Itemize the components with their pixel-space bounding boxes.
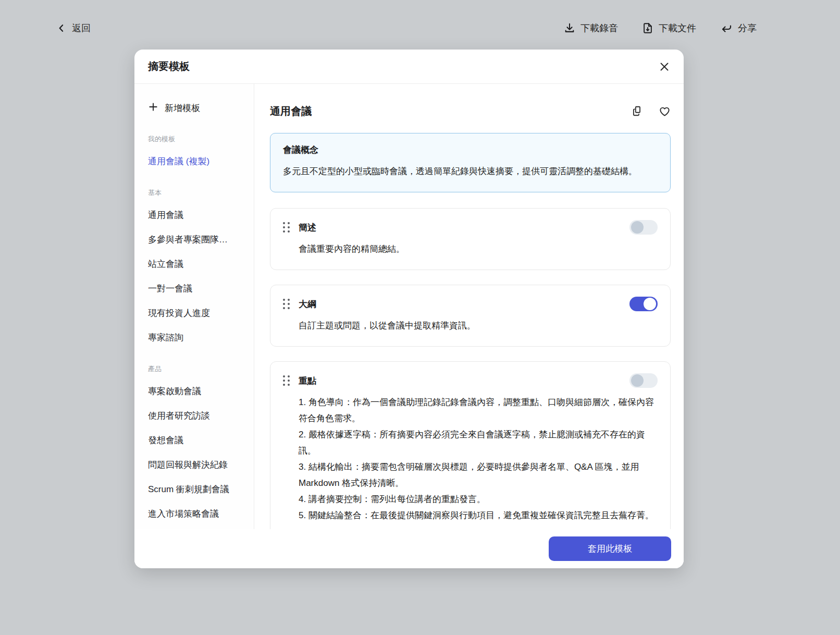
chevron-left-icon	[56, 23, 67, 33]
summary-template-dialog: 摘要模板 新增模板 我的模板通用會議 (複製)基本通用會議多參與者專案團隊…站立…	[134, 50, 684, 568]
sidebar-item[interactable]: 站立會議	[148, 257, 245, 271]
section-description-line: 4. 講者摘要控制：需列出每位講者的重點發言。	[299, 491, 658, 507]
download-file-label: 下載文件	[659, 22, 696, 34]
section-description-line: 會議重要內容的精簡總結。	[299, 241, 658, 257]
close-icon[interactable]	[659, 61, 670, 72]
section-card: 簡述會議重要內容的精簡總結。	[270, 208, 671, 270]
download-audio-button[interactable]: 下載錄音	[564, 22, 618, 34]
sidebar-item[interactable]: 問題回報與解決紀錄	[148, 458, 245, 472]
template-title: 通用會議	[270, 104, 312, 118]
toggle-knob	[631, 374, 644, 387]
template-detail-header: 通用會議	[270, 84, 671, 133]
add-template-label: 新增模板	[165, 102, 200, 114]
back-label: 返回	[72, 22, 91, 34]
sidebar-item[interactable]: 專案啟動會議	[148, 384, 245, 398]
section-description: 1. 角色導向：作為一個會議助理記錄記錄會議內容，調整重點、口吻與細節層次，確保…	[299, 394, 658, 523]
template-sidebar: 新增模板 我的模板通用會議 (複製)基本通用會議多參與者專案團隊…站立會議一對一…	[134, 84, 254, 529]
dialog-header: 摘要模板	[134, 50, 684, 84]
sidebar-item[interactable]: 專家諮詢	[148, 331, 245, 345]
section-toggle[interactable]	[629, 297, 658, 311]
topbar: 返回 下載錄音 下載文件 分享	[0, 0, 840, 50]
section-cards: 簡述會議重要內容的精簡總結。大綱自訂主題或問題，以從會議中提取精準資訊。重點1.…	[270, 208, 671, 529]
duplicate-icon[interactable]	[632, 105, 643, 117]
sidebar-group-label: 我的模板	[148, 135, 245, 144]
sidebar-item[interactable]: 通用會議	[148, 208, 245, 222]
topbar-actions: 下載錄音 下載文件 分享	[564, 22, 757, 34]
download-audio-label: 下載錄音	[580, 22, 618, 34]
section-title: 簡述	[299, 222, 316, 234]
share-label: 分享	[738, 22, 757, 34]
sidebar-item[interactable]: Scrum 衝刺規劃會議	[148, 482, 245, 496]
drag-handle-icon[interactable]	[283, 375, 290, 386]
toggle-knob	[631, 221, 644, 234]
dialog-body: 新增模板 我的模板通用會議 (複製)基本通用會議多參與者專案團隊…站立會議一對一…	[134, 84, 684, 529]
section-description: 會議重要內容的精簡總結。	[299, 241, 658, 257]
back-button[interactable]: 返回	[56, 22, 91, 34]
share-icon	[720, 22, 733, 34]
sidebar-item[interactable]: 一對一會議	[148, 282, 245, 296]
section-toggle[interactable]	[629, 220, 658, 235]
sidebar-group-label: 產品	[148, 364, 245, 374]
file-download-icon	[642, 22, 653, 34]
favorite-heart-icon[interactable]	[659, 105, 671, 117]
dialog-title: 摘要模板	[148, 59, 190, 74]
meeting-concept-box: 會議概念 多元且不定型的小型或臨時會議，透過簡單紀錄與快速摘要，提供可靈活調整的…	[270, 133, 671, 192]
download-file-button[interactable]: 下載文件	[642, 22, 696, 34]
download-icon	[564, 22, 575, 34]
plus-icon	[148, 102, 158, 115]
section-description-line: 5. 關鍵結論整合：在最後提供關鍵洞察與行動項目，避免重複並確保資訊完整且去蕪存…	[299, 507, 658, 523]
sidebar-item[interactable]: 現有投資人進度	[148, 306, 245, 320]
sidebar-group-label: 基本	[148, 188, 245, 198]
sidebar-groups: 我的模板通用會議 (複製)基本通用會議多參與者專案團隊…站立會議一對一會議現有投…	[148, 135, 245, 521]
section-description-line: 3. 結構化輸出：摘要需包含明確層次與標題，必要時提供參與者名單、Q&A 區塊，…	[299, 459, 658, 491]
sidebar-item[interactable]: 進入市場策略會議	[148, 507, 245, 521]
concept-title: 會議概念	[283, 144, 658, 156]
section-card: 重點1. 角色導向：作為一個會議助理記錄記錄會議內容，調整重點、口吻與細節層次，…	[270, 361, 671, 529]
sidebar-item[interactable]: 多參與者專案團隊…	[148, 233, 245, 247]
share-button[interactable]: 分享	[720, 22, 757, 34]
toggle-knob	[644, 298, 656, 310]
section-title: 大綱	[299, 298, 316, 310]
dialog-footer: 套用此模板	[134, 529, 684, 568]
section-toggle[interactable]	[629, 373, 658, 388]
section-card: 大綱自訂主題或問題，以從會議中提取精準資訊。	[270, 285, 671, 347]
sidebar-item[interactable]: 通用會議 (複製)	[148, 154, 245, 168]
section-description-line: 1. 角色導向：作為一個會議助理記錄記錄會議內容，調整重點、口吻與細節層次，確保…	[299, 394, 658, 426]
add-template-button[interactable]: 新增模板	[148, 102, 245, 115]
sidebar-item[interactable]: 發想會議	[148, 433, 245, 447]
section-description-line: 2. 嚴格依據逐字稿：所有摘要內容必須完全來自會議逐字稿，禁止臆測或補充不存在的…	[299, 426, 658, 459]
concept-description: 多元且不定型的小型或臨時會議，透過簡單紀錄與快速摘要，提供可靈活調整的基礎結構。	[283, 163, 658, 179]
section-description-line: 自訂主題或問題，以從會議中提取精準資訊。	[299, 318, 658, 334]
apply-template-button[interactable]: 套用此模板	[549, 536, 671, 561]
drag-handle-icon[interactable]	[283, 222, 290, 233]
section-title: 重點	[299, 375, 316, 387]
template-detail: 通用會議 會議概念 多元且不定型的小型或臨時會議，透過簡單紀錄與快速摘要，提供可…	[254, 84, 684, 529]
drag-handle-icon[interactable]	[283, 299, 290, 309]
section-description: 自訂主題或問題，以從會議中提取精準資訊。	[299, 318, 658, 334]
sidebar-item[interactable]: 使用者研究訪談	[148, 409, 245, 423]
